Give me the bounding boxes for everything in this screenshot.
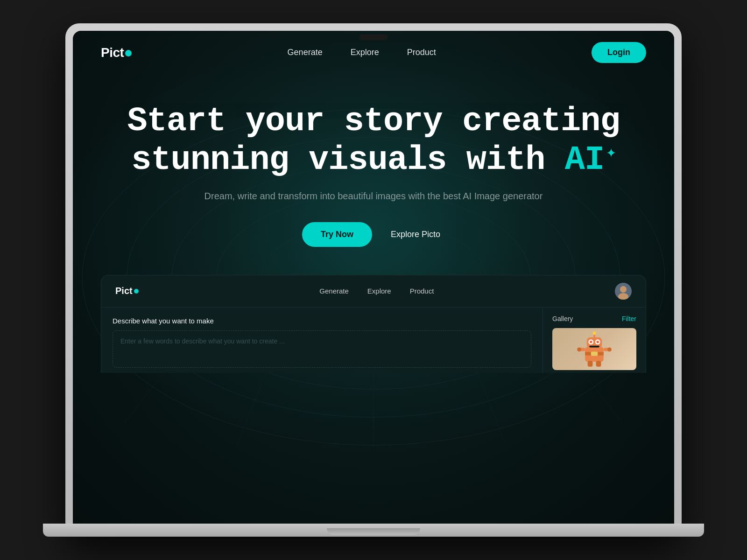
explore-picto-button[interactable]: Explore Picto — [386, 222, 445, 247]
app-body: Describe what you want to make Enter a f… — [101, 308, 646, 373]
svg-point-21 — [597, 341, 599, 343]
screen-bezel: Pict Generate Explore Product Login Star… — [73, 31, 674, 524]
hero-section: Start your story creating stunning visua… — [73, 74, 674, 266]
logo: Pict — [101, 45, 132, 60]
app-nav-generate[interactable]: Generate — [319, 287, 349, 295]
hero-title: Start your story creating stunning visua… — [82, 102, 665, 180]
hero-buttons: Try Now Explore Picto — [82, 222, 665, 247]
app-left-panel: Describe what you want to make Enter a f… — [101, 308, 543, 373]
avatar — [615, 283, 632, 300]
hero-title-line1: Start your story creating — [127, 102, 620, 140]
app-nav-links: Generate Explore Product — [319, 287, 434, 295]
logo-dot — [125, 50, 132, 56]
gallery-label: Gallery — [552, 315, 573, 322]
filter-button[interactable]: Filter — [622, 315, 636, 322]
nav-product[interactable]: Product — [407, 48, 436, 57]
svg-rect-16 — [591, 351, 598, 356]
camera-notch — [359, 35, 388, 40]
svg-point-12 — [620, 286, 627, 293]
robot-illustration — [573, 328, 615, 370]
svg-rect-29 — [588, 361, 593, 367]
try-now-button[interactable]: Try Now — [302, 222, 372, 247]
laptop-hinge — [327, 528, 420, 535]
hero-subtitle: Dream, write and transform into beautifu… — [82, 191, 665, 202]
app-nav-explore[interactable]: Explore — [367, 287, 391, 295]
logo-text: Pict — [101, 45, 124, 60]
app-navbar: Pict Generate Explore Product — [101, 275, 646, 308]
nav-explore[interactable]: Explore — [351, 48, 379, 57]
screen-content: Pict Generate Explore Product Login Star… — [73, 31, 674, 524]
svg-rect-30 — [596, 361, 601, 367]
describe-label: Describe what you want to make — [113, 317, 531, 325]
nav-generate[interactable]: Generate — [288, 48, 323, 57]
svg-point-20 — [590, 341, 592, 343]
app-right-panel: Gallery Filter — [543, 308, 646, 373]
gallery-image — [552, 328, 636, 370]
svg-point-24 — [592, 331, 596, 335]
app-nav-product[interactable]: Product — [410, 287, 434, 295]
hero-ai-text: AI — [565, 141, 604, 179]
hero-title-line2: stunning visuals with — [131, 141, 545, 179]
nav-links: Generate Explore Product — [288, 48, 436, 57]
app-logo: Pict — [115, 286, 139, 296]
laptop-base — [43, 524, 705, 537]
svg-rect-22 — [589, 345, 599, 347]
svg-point-27 — [577, 347, 581, 351]
app-logo-dot — [134, 289, 139, 294]
login-button[interactable]: Login — [592, 42, 646, 63]
laptop-shell: Pict Generate Explore Product Login Star… — [65, 23, 682, 537]
prompt-placeholder[interactable]: Enter a few words to describe what you w… — [120, 337, 523, 345]
prompt-textarea-border: Enter a few words to describe what you w… — [113, 330, 531, 368]
svg-point-28 — [607, 347, 612, 351]
sparkle-icon: ✦ — [606, 143, 616, 162]
gallery-header: Gallery Filter — [552, 315, 636, 322]
app-logo-text: Pict — [115, 286, 133, 296]
app-preview: Pict Generate Explore Product — [101, 275, 646, 373]
